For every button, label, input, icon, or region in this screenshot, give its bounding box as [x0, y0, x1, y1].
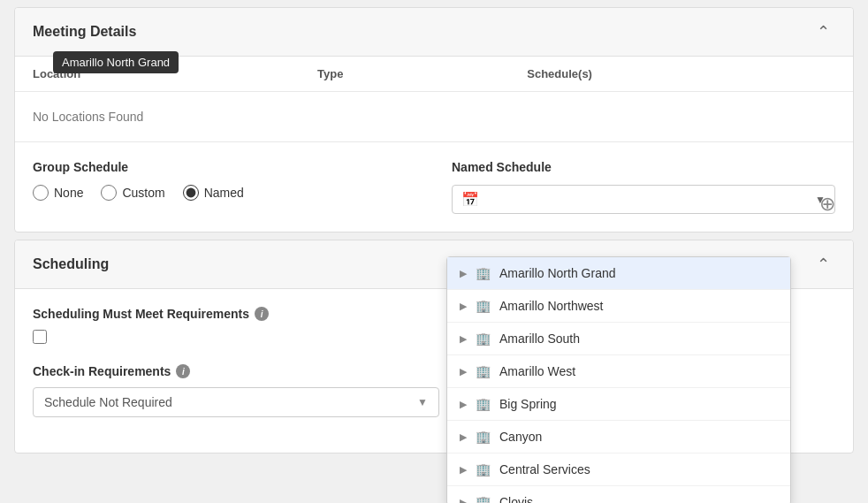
building-icon: 🏢: [476, 332, 491, 346]
dropdown-item-amarillo-west[interactable]: ▶ 🏢 Amarillo West: [447, 355, 790, 388]
chevron-right-icon: ▶: [460, 431, 467, 443]
item-label: Amarillo West: [499, 364, 778, 378]
add-icon: ⊕: [819, 193, 835, 215]
radio-custom-input[interactable]: [101, 185, 117, 201]
dropdown-item-central-services[interactable]: ▶ 🏢 Central Services: [447, 453, 790, 486]
meeting-details-header: Meeting Details ⌃: [15, 8, 853, 57]
radio-none-input[interactable]: [33, 185, 49, 201]
calendar-icon: 📅: [461, 191, 479, 208]
schedule-row: Group Schedule None Custom Named: [15, 142, 853, 232]
item-label: Amarillo South: [499, 332, 778, 346]
radio-named-label: Named: [204, 186, 244, 200]
radio-group: None Custom Named: [33, 185, 416, 201]
item-label: Clovis: [499, 495, 778, 503]
page-wrapper: Meeting Details ⌃ Amarillo North Grand L…: [0, 0, 868, 503]
checkin-placeholder: Schedule Not Required: [44, 395, 172, 409]
meeting-details-collapse-button[interactable]: ⌃: [811, 20, 835, 43]
chevron-right-icon: ▶: [460, 497, 467, 504]
item-label: Canyon: [499, 430, 778, 444]
amarillo-tooltip: Amarillo North Grand: [53, 51, 179, 73]
building-icon: 🏢: [476, 462, 491, 476]
radio-named-input[interactable]: [183, 185, 199, 201]
building-icon: 🏢: [476, 430, 491, 444]
radio-custom[interactable]: Custom: [101, 185, 164, 201]
radio-none[interactable]: None: [33, 185, 83, 201]
must-meet-label-text: Scheduling Must Meet Requirements: [33, 307, 249, 321]
group-schedule-label: Group Schedule: [33, 160, 416, 174]
item-label: Amarillo North Grand: [499, 266, 778, 280]
must-meet-checkbox[interactable]: [33, 330, 47, 344]
checkin-select-arrow-icon: ▼: [417, 396, 428, 408]
dropdown-list: ▶ 🏢 Amarillo North Grand ▶ 🏢 Amarillo No…: [447, 257, 790, 503]
checkin-select-dropdown[interactable]: Schedule Not Required ▼: [33, 387, 439, 417]
checkin-info-icon[interactable]: i: [176, 364, 190, 378]
meeting-details-title: Meeting Details: [33, 24, 136, 40]
meeting-details-section: Meeting Details ⌃ Amarillo North Grand L…: [14, 7, 854, 232]
named-schedule-dropdown-overlay: ▶ 🏢 Amarillo North Grand ▶ 🏢 Amarillo No…: [446, 256, 791, 503]
scheduling-title: Scheduling: [33, 256, 109, 272]
building-icon: 🏢: [476, 299, 491, 313]
must-meet-info-icon[interactable]: i: [255, 307, 269, 321]
checkin-label-text: Check-in Requirements: [33, 364, 171, 378]
scheduling-collapse-button[interactable]: ⌃: [811, 253, 835, 276]
no-locations-row: No Locations Found: [15, 92, 853, 142]
col-type: Type: [300, 57, 509, 92]
dropdown-item-amarillo-south[interactable]: ▶ 🏢 Amarillo South: [447, 323, 790, 355]
radio-custom-label: Custom: [122, 186, 164, 200]
dropdown-item-amarillo-north-grand[interactable]: ▶ 🏢 Amarillo North Grand: [447, 257, 790, 290]
chevron-right-icon: ▶: [460, 333, 467, 345]
chevron-right-icon: ▶: [460, 268, 467, 279]
no-locations-message: No Locations Found: [15, 92, 853, 142]
chevron-right-icon: ▶: [460, 464, 467, 476]
chevron-right-icon: ▶: [460, 366, 467, 377]
group-schedule-block: Group Schedule None Custom Named: [33, 160, 416, 201]
radio-none-label: None: [54, 186, 83, 200]
building-icon: 🏢: [476, 364, 491, 378]
named-schedule-block: Named Schedule 📅 ▼: [452, 160, 835, 214]
named-schedule-label: Named Schedule: [452, 160, 835, 174]
building-icon: 🏢: [476, 495, 491, 503]
radio-named[interactable]: Named: [183, 185, 244, 201]
dropdown-item-canyon[interactable]: ▶ 🏢 Canyon: [447, 421, 790, 453]
col-schedules: Schedule(s): [509, 57, 853, 92]
chevron-right-icon: ▶: [460, 399, 467, 410]
item-label: Big Spring: [499, 397, 778, 411]
dropdown-item-amarillo-northwest[interactable]: ▶ 🏢 Amarillo Northwest: [447, 290, 790, 323]
named-schedule-dropdown[interactable]: 📅 ▼: [452, 185, 835, 214]
chevron-right-icon: ▶: [460, 301, 467, 312]
dropdown-item-clovis[interactable]: ▶ 🏢 Clovis: [447, 486, 790, 503]
building-icon: 🏢: [476, 266, 491, 280]
item-label: Central Services: [499, 462, 778, 476]
item-label: Amarillo Northwest: [499, 299, 778, 313]
building-icon: 🏢: [476, 397, 491, 411]
add-location-button[interactable]: ⊕: [819, 194, 835, 214]
dropdown-item-big-spring[interactable]: ▶ 🏢 Big Spring: [447, 388, 790, 421]
